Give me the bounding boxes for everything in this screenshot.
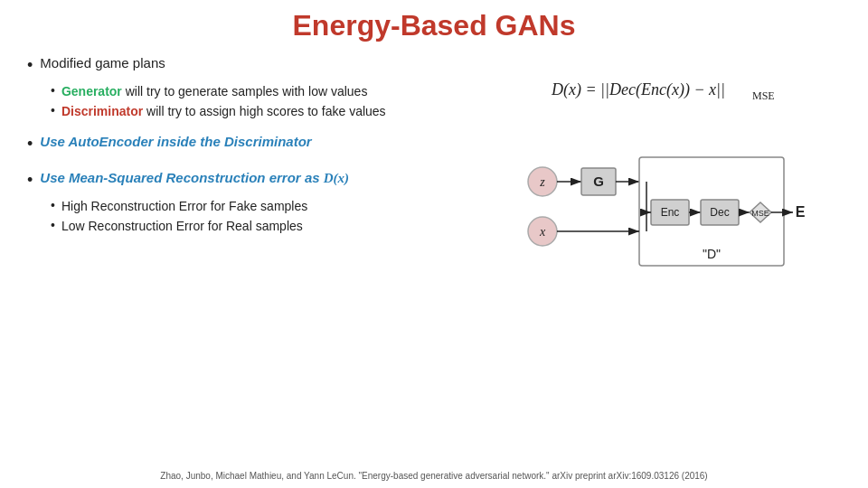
bullet-autoencoder: • Use AutoEncoder inside the Discriminat…	[27, 132, 488, 155]
sub-bullet-fake: • High Reconstruction Error for Fake sam…	[51, 197, 488, 215]
x-label: x	[539, 225, 546, 239]
generator-rest: will try to generate samples with low va…	[126, 84, 368, 99]
bullet-text-mse: Use Mean-Squared Reconstruction error as…	[40, 168, 349, 189]
sub-bullet-discriminator: • Discriminator will try to assign high …	[51, 102, 488, 120]
diagram-area: z G x	[520, 132, 818, 313]
bullet-dot-3: •	[27, 169, 33, 192]
bullet-modified-game-plans: • Modified game plans	[27, 53, 488, 77]
sub-dot-fake: •	[51, 198, 55, 212]
formula-box: D(x) = ||Dec(Enc(x)) − x|| MSE	[542, 70, 796, 110]
dec-label: Dec	[710, 206, 729, 219]
sub-text-generator: Generator will try to generate samples w…	[61, 82, 367, 100]
z-label: z	[539, 175, 545, 189]
bullet-dot-1: •	[27, 54, 33, 77]
sub-dot-generator: •	[51, 83, 55, 98]
generator-label: Generator	[61, 84, 122, 99]
sub-text-real: Low Reconstruction Error for Real sample…	[61, 217, 303, 235]
sub-bullets-1: • Generator will try to generate samples…	[51, 82, 488, 121]
sub-text-discriminator: Discriminator will try to assign high sc…	[61, 102, 386, 120]
right-column: D(x) = ||Dec(Enc(x)) − x|| MSE z	[497, 53, 841, 313]
sub-text-fake: High Reconstruction Error for Fake sampl…	[61, 197, 307, 215]
discriminator-rest: will try to assign high scores to fake v…	[146, 104, 386, 118]
sub-bullets-3: • High Reconstruction Error for Fake sam…	[51, 197, 488, 236]
sub-dot-discriminator: •	[51, 103, 55, 117]
mse-label: MSE	[751, 209, 769, 218]
formula-svg: D(x) = ||Dec(Enc(x)) − x|| MSE	[542, 70, 796, 106]
bullet-text-modified-game-plans: Modified game plans	[40, 53, 165, 73]
svg-text:MSE: MSE	[752, 89, 775, 102]
left-column: • Modified game plans • Generator will t…	[27, 53, 497, 313]
g-label: G	[593, 174, 604, 189]
sub-bullet-generator: • Generator will try to generate samples…	[51, 82, 488, 100]
slide-title: Energy-Based GANs	[27, 9, 841, 42]
bullet-text-autoencoder: Use AutoEncoder inside the Discriminator	[40, 132, 311, 152]
footer: Zhao, Junbo, Michael Mathieu, and Yann L…	[0, 471, 868, 481]
sub-dot-real: •	[51, 218, 55, 232]
discriminator-label: Discriminator	[61, 104, 143, 118]
enc-label: Enc	[661, 206, 680, 219]
svg-text:D(x) = ||Dec(Enc(x)) − x||: D(x) = ||Dec(Enc(x)) − x||	[551, 80, 725, 99]
slide: Energy-Based GANs • Modified game plans …	[0, 0, 868, 488]
diagram-svg: z G x	[520, 132, 818, 313]
d-label: "D"	[703, 247, 721, 261]
bullet-dot-2: •	[27, 133, 33, 155]
e-label: E	[796, 204, 806, 220]
content-area: • Modified game plans • Generator will t…	[27, 53, 841, 313]
dx-formula: D(x)	[324, 171, 349, 185]
bullet-mse: • Use Mean-Squared Reconstruction error …	[27, 168, 488, 192]
sub-bullet-real: • Low Reconstruction Error for Real samp…	[51, 217, 488, 235]
